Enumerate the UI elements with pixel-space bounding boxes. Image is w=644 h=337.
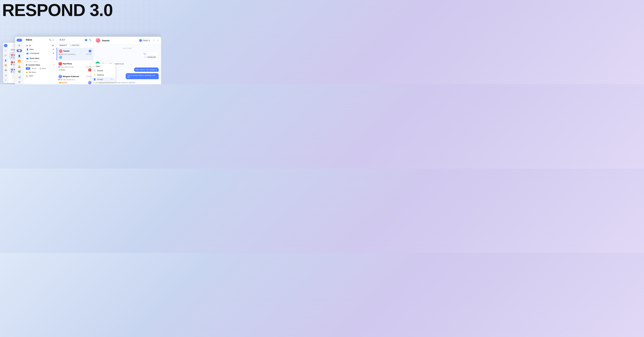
lock-icon: 🔒 — [26, 71, 28, 73]
add-filter-icon: + — [70, 44, 72, 46]
conv-agent-avatar-margaret — [88, 81, 92, 84]
msg-bubble-user-2: Let me know if there's anything i can he… — [126, 73, 159, 79]
small-nav-person[interactable]: 👤 — [4, 59, 7, 62]
nav-gear-icon[interactable]: ⚙ — [17, 81, 22, 83]
inbox-nav-all[interactable]: ⊞ All 23 — [25, 44, 55, 47]
ctx-shortcut-icon: ⚡ — [94, 74, 96, 76]
newest-label: Newest — [60, 44, 65, 46]
conv-name-yasmin: Yasmin — [63, 50, 70, 52]
nav-chart-icon[interactable]: 📊 — [17, 75, 22, 78]
nav-signal-icon[interactable]: 📶 — [17, 60, 22, 63]
nav-grid-icon[interactable]: ⊞ — [17, 44, 22, 47]
you-label: You — [143, 53, 157, 55]
conv-name-margaret: Margaret Anderson — [63, 75, 79, 77]
conv-item-margaret[interactable]: Margaret Anderson 8:30 PM We can do that… — [57, 73, 93, 84]
small-nav-grid[interactable]: ⊞ — [4, 49, 7, 52]
pdf-name: sample.pdf — [148, 56, 156, 58]
conv-item-paul[interactable]: Paul Perez ··· Sure, here you go! 8:30 P… — [57, 60, 93, 73]
conv-time-yasmin: 8:30 PM — [86, 53, 92, 55]
add-filter-button[interactable]: + Add Filter — [69, 43, 81, 47]
small-dot-orange — [11, 57, 12, 58]
newest-chevron: ▾ — [66, 44, 67, 46]
small-nav-chat[interactable]: 💬 — [4, 54, 7, 57]
inbox-search-icon[interactable]: 🔍 — [49, 39, 52, 41]
custom-tab-byothers[interactable]: By others — [38, 67, 47, 70]
team-inbox-header: 👥 Team Inbox ▾ — [24, 56, 56, 60]
inbox-header: Inbox 🔍 ⊟ — [24, 37, 56, 42]
nav-check-icon[interactable]: ✓ — [17, 39, 22, 42]
conv-dot-margaret — [58, 79, 60, 80]
agent-selector[interactable]: Fahmy ▾ — [138, 38, 151, 42]
inbox-unassigned-label: Unassigned — [30, 52, 39, 54]
lock-icon-2: 🔒 — [26, 75, 28, 77]
small-nav-hierarchy[interactable]: 🌿 — [4, 69, 7, 72]
conv-badge-yasmin: 9 — [89, 50, 92, 52]
custom-inbox-add[interactable]: + — [51, 64, 52, 66]
small-dot-blue — [11, 71, 12, 72]
inbox-nav-unassigned[interactable]: 👥 Unassigned 9 — [25, 51, 55, 55]
inbox-header-icons: 🔍 ⊟ — [49, 39, 54, 41]
inbox-mine-count: 0 — [53, 48, 54, 50]
conv-status-margaret: 🟠 Snoozed — [58, 82, 68, 84]
nav-hierarchy-icon[interactable]: 🌿 — [17, 70, 22, 73]
conv-more-paul[interactable]: ··· — [90, 63, 92, 65]
inbox-layout-icon[interactable]: ⊟ — [52, 39, 54, 41]
ctx-shortcut[interactable]: ⚡ Shortcut › — [92, 73, 115, 77]
msg-text-1: Hey Yasmin, any updates o — [136, 69, 157, 70]
msg-text-2: Let me know if there's anything i can he… — [128, 74, 155, 78]
main-ui: ✓ ⊞ 💬 👤 📶 🔔 🌿 📊 ⚙ Inbox 🔍 ⊟ ⊞ All 23 — [15, 37, 161, 84]
workflow-agent[interactable]: @Fahmy — [129, 82, 135, 83]
inbox-nav-mine[interactable]: 👤 Mine 0 — [25, 48, 55, 51]
inbox-title: Inbox — [26, 38, 32, 41]
conv-avatar-yasmin — [59, 49, 62, 53]
conv-list-people-icon[interactable]: 👥 — [85, 39, 87, 41]
team-inbox-icon: 👥 — [26, 57, 28, 59]
team-inbox-note: No team created — [24, 60, 56, 63]
conv-item-yasmin[interactable]: Yasmin 9 Hey can i ask about... 8:30 PM — [57, 48, 93, 60]
custom-inbox-chevron[interactable]: ▾ — [53, 64, 54, 66]
nav-person-icon[interactable]: 👤 — [17, 54, 22, 57]
custom-inbox-sales[interactable]: 🔒 Sales — [24, 74, 56, 77]
msg-bubble-user-1: Hey Yasmin, any updates o — [134, 67, 159, 72]
nav-alert-icon[interactable]: 🔔 — [17, 65, 22, 68]
ctx-open[interactable]: ○ Open — [92, 64, 115, 68]
custom-inbox-myinbox[interactable]: 🔒 My Inbox — [24, 70, 56, 74]
nav-inbox-icon[interactable]: 💬 — [17, 49, 22, 52]
chat-header: Yasmin Fahmy ▾ ⏱ ⊙ — [93, 37, 161, 44]
small-nav-chart[interactable]: 📊 — [4, 74, 7, 77]
context-menu: ○ Open 🕐 Snooze ⚡ Shortcut › — [92, 63, 115, 82]
small-nav-gear[interactable]: ⚙ — [4, 79, 7, 82]
conv-list-search-icon[interactable]: 🔍 — [89, 39, 92, 41]
ctx-snooze[interactable]: 🕐 Snooze — [92, 68, 115, 73]
pdf-icon: 📄 — [144, 56, 147, 58]
small-nav-inbox[interactable]: ✓ — [4, 44, 7, 47]
ctx-assign[interactable]: 👤 Assign ↖ › — [92, 77, 115, 81]
agent-chevron: ▾ — [149, 39, 150, 41]
custom-tab-byme[interactable]: By me — [31, 67, 38, 70]
conv-time-margaret: 8:30 PM — [86, 76, 92, 77]
small-back-icon[interactable]: ‹ — [10, 44, 12, 47]
small-sidebar: ✓ ⊞ 💬 👤 📶 🌿 📊 ⚙ — [3, 43, 8, 83]
msg-attachment: 📄 sample.pdf — [143, 55, 157, 59]
custom-inbox-item-label: My Inbox — [29, 71, 36, 73]
ctx-assign-icon: 👤 — [94, 78, 96, 80]
custom-tab-all[interactable]: All — [26, 67, 30, 70]
chat-more-icon[interactable]: ⊙ — [157, 39, 159, 42]
small-avatar-elizabeth — [11, 54, 13, 56]
small-nav-signal[interactable]: 📶 — [4, 64, 7, 67]
ctx-assign-label: Assign — [97, 78, 103, 80]
conv-msg-margaret: We can do that for y... — [60, 79, 76, 80]
conv-time-paul: 8:30 PM — [86, 66, 92, 68]
conv-msg-yasmin: Hey can i ask about... — [61, 53, 76, 55]
small-dot-blue — [11, 64, 12, 65]
date-divider: Jan 30, 2024 — [96, 48, 159, 49]
team-inbox-chevron[interactable]: ▾ — [53, 57, 54, 59]
newest-filter[interactable]: Newest ▾ — [58, 43, 68, 47]
inbox-panel: Inbox 🔍 ⊟ ⊞ All 23 👤 Mine 0 — [24, 37, 57, 84]
custom-inbox-label: Custom Inbox — [28, 64, 40, 66]
custom-inbox-icon: ⊞ — [26, 64, 27, 66]
all-filter-select[interactable]: ⊞ All ▾ — [58, 38, 66, 41]
chat-timer-icon[interactable]: ⏱ — [153, 39, 155, 42]
inbox-all-count: 23 — [52, 45, 54, 46]
conv-name-paul: Paul Perez — [63, 63, 72, 65]
